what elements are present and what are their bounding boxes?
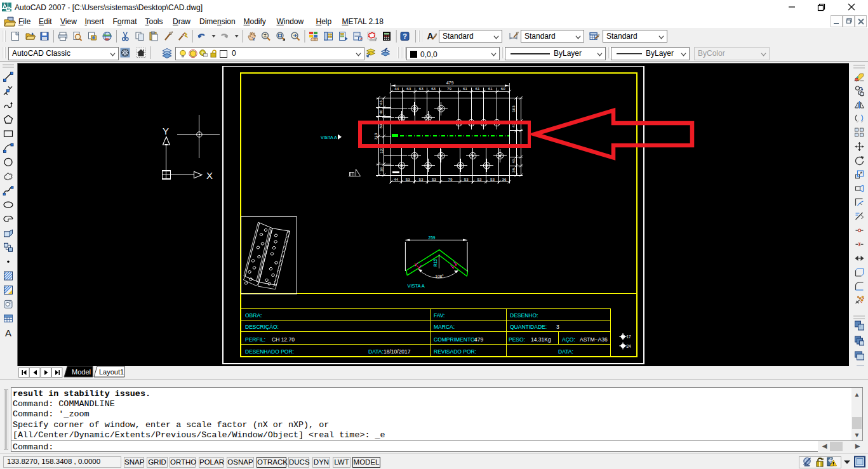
svg-text:OBRA:: OBRA:: [245, 312, 262, 319]
svg-text:40: 40: [511, 159, 516, 163]
svg-text:61: 61: [463, 86, 467, 91]
svg-text:VISTA A: VISTA A: [408, 283, 425, 289]
svg-text:DATA:: DATA:: [368, 348, 384, 355]
svg-text:38: 38: [379, 167, 384, 171]
svg-text:108°: 108°: [435, 274, 444, 279]
svg-text:Model: Model: [72, 368, 91, 376]
svg-text:DESENHADO POR:: DESENHADO POR:: [245, 348, 294, 355]
svg-text:479: 479: [474, 336, 483, 343]
svg-text:44: 44: [394, 86, 399, 91]
svg-text:63: 63: [419, 86, 424, 91]
svg-text:PERFIL:: PERFIL:: [245, 336, 265, 343]
svg-text:MARCA:: MARCA:: [434, 324, 455, 330]
svg-text:CH 12.70: CH 12.70: [272, 336, 295, 343]
svg-text:63: 63: [431, 86, 436, 91]
svg-text:313: 313: [373, 133, 378, 140]
svg-text:61: 61: [488, 86, 493, 91]
svg-text:53: 53: [432, 177, 436, 182]
svg-text:89: 89: [379, 124, 384, 128]
svg-text:53: 53: [490, 177, 495, 182]
svg-text:COMPRIMENTO:: COMPRIMENTO:: [434, 336, 476, 343]
svg-text:DESCRIÇÃO:: DESCRIÇÃO:: [245, 324, 279, 330]
svg-text:Layout1: Layout1: [99, 368, 124, 376]
svg-text:3: 3: [556, 324, 559, 330]
svg-text:61: 61: [476, 86, 480, 91]
svg-text:DATA:: DATA:: [558, 348, 573, 355]
svg-text:53: 53: [477, 177, 481, 182]
svg-text:QUANTIDADE:: QUANTIDADE:: [510, 324, 547, 330]
svg-text:AÇO:: AÇO:: [562, 336, 575, 343]
svg-text:X: X: [206, 170, 213, 181]
svg-text:44: 44: [394, 177, 398, 182]
svg-text:Y: Y: [163, 126, 169, 136]
svg-text:36: 36: [502, 177, 506, 182]
svg-text:R15: R15: [433, 259, 437, 267]
svg-text:A: A: [5, 327, 11, 338]
svg-text:103: 103: [511, 105, 516, 112]
svg-text:43: 43: [379, 100, 384, 105]
svg-text:ASTM−A36: ASTM−A36: [580, 336, 608, 343]
svg-text:60: 60: [501, 86, 505, 91]
svg-text:479: 479: [446, 81, 454, 85]
svg-text:53: 53: [464, 177, 469, 182]
svg-text:17: 17: [627, 334, 632, 339]
svg-text:63: 63: [406, 86, 411, 91]
svg-text:38: 38: [511, 168, 516, 173]
svg-text:REVISADO POR:: REVISADO POR:: [434, 348, 476, 355]
svg-text:DESENHO:: DESENHO:: [510, 312, 538, 319]
svg-text:79: 79: [447, 86, 451, 91]
svg-text:24: 24: [627, 344, 632, 348]
svg-text:259: 259: [429, 235, 436, 240]
svg-text:18/10/2017: 18/10/2017: [384, 348, 411, 355]
svg-text:VISTA A: VISTA A: [321, 135, 337, 140]
svg-text:53: 53: [406, 177, 410, 182]
svg-text:PESO:: PESO:: [509, 336, 525, 343]
svg-text:FAV:: FAV:: [434, 312, 444, 319]
svg-text:79: 79: [448, 177, 452, 182]
svg-text:40: 40: [379, 109, 384, 114]
svg-text:53: 53: [418, 177, 423, 182]
svg-text:14.31Kg: 14.31Kg: [531, 336, 551, 343]
